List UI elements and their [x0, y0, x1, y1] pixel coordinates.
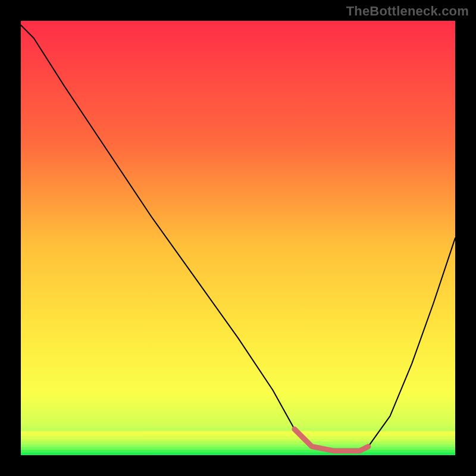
bottom-stripe-group — [21, 431, 455, 456]
gradient-background — [21, 21, 455, 455]
bottleneck-chart — [21, 21, 455, 455]
svg-rect-3 — [21, 444, 455, 447]
svg-rect-6 — [21, 437, 455, 440]
svg-rect-5 — [21, 439, 455, 442]
watermark-label: TheBottleneck.com — [346, 4, 469, 19]
plot-area — [21, 21, 455, 455]
svg-rect-8 — [21, 431, 455, 434]
svg-rect-4 — [21, 442, 455, 445]
svg-rect-2 — [21, 447, 455, 450]
chart-container: TheBottleneck.com — [0, 0, 476, 476]
svg-rect-0 — [21, 453, 455, 456]
svg-rect-7 — [21, 434, 455, 437]
svg-rect-1 — [21, 450, 455, 453]
